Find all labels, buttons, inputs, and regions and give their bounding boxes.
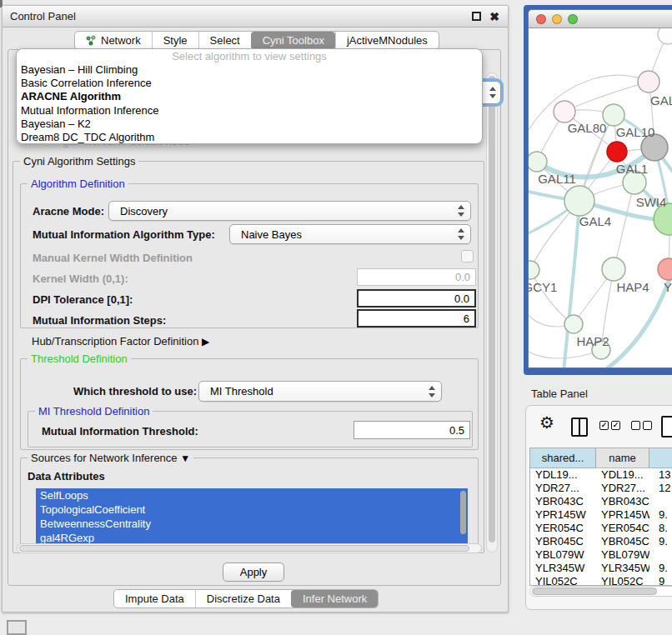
table-rows: YDL19...YDL19...13YDR27...YDR27...12YBR0… [530, 468, 672, 585]
network-node-gal4[interactable] [564, 186, 594, 216]
tab-select[interactable]: Select [198, 32, 251, 49]
table-row[interactable]: YBL079WYBL079W [530, 548, 672, 562]
table-row[interactable]: YER054CYER054C8. [530, 522, 672, 535]
table-row[interactable]: YIL052CYIL052C9 [530, 575, 672, 585]
network-node-unnamed-top[interactable] [658, 28, 672, 44]
table-cell: YIL052C [530, 575, 596, 585]
control-panel-title: Control Panel [10, 10, 76, 22]
table-cell: YBL079W [596, 548, 649, 562]
minimize-light-icon[interactable] [552, 14, 562, 24]
kernel-width-field: 0.0 [357, 268, 476, 286]
settings-vertical-scrollbar[interactable] [486, 72, 498, 552]
list-scrollbar-thumb[interactable] [460, 491, 466, 534]
scrollbar-thumb[interactable] [489, 76, 495, 542]
dpi-tolerance-field[interactable]: 0.0 [357, 289, 476, 308]
table-row[interactable]: YPR145WYPR145W9. [530, 508, 672, 522]
table-row[interactable]: YDR27...YDR27...12 [530, 482, 672, 495]
attribute-betweennesscentrality[interactable]: BetweennessCentrality [36, 517, 468, 531]
expand-right-icon[interactable]: ▶ [202, 336, 209, 348]
manual-kernel-checkbox[interactable] [461, 250, 474, 262]
mi-type-value: Naive Bayes [241, 228, 302, 241]
columns-icon[interactable] [571, 418, 588, 437]
close-icon[interactable]: ✖ [489, 9, 499, 24]
data-attributes-label: Data Attributes [28, 470, 105, 482]
sources-group-title[interactable]: Sources for Network Inference ▼ [28, 452, 193, 464]
node-label-gal10: GAL10 [616, 125, 655, 139]
close-light-icon[interactable] [536, 14, 546, 24]
which-threshold-combo[interactable]: MI Threshold [198, 381, 442, 402]
table-cell: YDR27... [530, 482, 596, 495]
network-node-hap2[interactable] [564, 315, 583, 333]
document-icon[interactable] [661, 416, 672, 438]
network-canvas[interactable]: GALGAL80GAL10GAL1GAL11SWI4GAL4GCY1HAP4YH… [529, 28, 672, 368]
control-panel-titlebar[interactable]: Control Panel ✖ [3, 6, 508, 28]
table-row[interactable]: YBR045CYBR045C9. [530, 535, 672, 548]
collapse-down-icon[interactable]: ▼ [180, 452, 190, 464]
network-node-gal80[interactable] [554, 101, 575, 122]
network-window-titlebar[interactable] [529, 10, 672, 28]
settings-horizontal-scrollbar[interactable] [17, 543, 482, 553]
attribute-selfloops[interactable]: SelfLoops [36, 488, 468, 502]
algorithm-option-mutual-information-inference[interactable]: Mutual Information Inference [17, 104, 482, 118]
tab-network[interactable]: Network [75, 32, 152, 49]
algorithm-option-dream8-dc-tdc-algorithm[interactable]: Dream8 DC_TDC Algorithm [17, 131, 482, 144]
mi-threshold-definition-group: MI Threshold Definition Mutual Informati… [28, 411, 473, 448]
algorithm-definition-group: Algorithm Definition Aracne Mode: Discov… [20, 183, 479, 328]
node-table: shared...name YDL19...YDL19...13YDR27...… [529, 448, 672, 586]
tab-discretize-data[interactable]: Discretize Data [195, 590, 291, 608]
network-node-gcy1[interactable] [529, 261, 539, 279]
gear-icon[interactable]: ⚙ [539, 412, 554, 432]
node-label-gal11: GAL11 [538, 172, 576, 186]
network-node-gal1-red[interactable] [607, 142, 627, 162]
data-attributes-list[interactable]: SelfLoopsTopologicalCoefficientBetweenne… [36, 488, 468, 545]
bottom-left-partial-box [7, 620, 27, 635]
mi-steps-label: Mutual Information Steps: [33, 314, 166, 327]
algorithm-option-bayesian-hill-climbing[interactable]: Bayesian – Hill Climbing [17, 63, 482, 77]
scrollbar-thumb[interactable] [19, 545, 469, 552]
tab-cyni-toolbox[interactable]: Cyni Toolbox [251, 32, 335, 49]
tab-impute-data[interactable]: Impute Data [114, 590, 195, 608]
network-edge[interactable] [614, 182, 634, 269]
sources-group: Sources for Network Inference ▼ Data Att… [20, 458, 479, 549]
algorithm-option-basic-correlation-inference[interactable]: Basic Correlation Inference [17, 77, 482, 90]
column-header-name[interactable]: name [596, 448, 649, 468]
aracne-mode-combo[interactable]: Discovery [108, 201, 471, 221]
node-label-y: Y [664, 280, 672, 294]
tab-jactivemnodules[interactable]: jActiveMNodules [335, 32, 439, 49]
mi-type-combo[interactable]: Naive Bayes [229, 224, 471, 244]
table-row[interactable]: YDL19...YDL19...13 [530, 468, 672, 482]
network-node-salmon-y[interactable] [658, 258, 672, 280]
column-header-shared[interactable]: shared... [530, 448, 596, 468]
scrollbar-thumb[interactable] [532, 588, 657, 595]
mi-threshold-field[interactable]: 0.5 [354, 421, 470, 439]
table-cell [649, 548, 672, 562]
table-horizontal-scrollbar[interactable] [529, 586, 672, 597]
network-node-gal-partial[interactable] [638, 71, 659, 92]
threshold-definition-title: Threshold Definition [28, 352, 131, 365]
deselect-all-checkboxes-icon[interactable] [631, 421, 652, 430]
threshold-definition-group: Threshold Definition Which threshold to … [20, 358, 479, 450]
column-header-partial[interactable] [649, 448, 672, 468]
mi-type-label: Mutual Information Algorithm Type: [33, 228, 215, 241]
table-row[interactable]: YLR345WYLR345W9. [530, 562, 672, 575]
mi-threshold-label: Mutual Information Threshold: [42, 425, 198, 438]
float-window-icon[interactable] [472, 12, 481, 21]
network-node-gal11[interactable] [529, 152, 547, 172]
table-cell: YBR045C [596, 535, 649, 548]
algorithm-option-bayesian-k2[interactable]: Bayesian – K2 [17, 118, 482, 131]
network-node-hap4[interactable] [602, 258, 625, 281]
hub-definition-label[interactable]: Hub/Transcription Factor Definition ▶ [32, 335, 209, 348]
table-panel-title: Table Panel [531, 388, 588, 400]
attribute-topologicalcoefficient[interactable]: TopologicalCoefficient [36, 502, 468, 517]
algorithm-option-aracne-algorithm[interactable]: ARACNE Algorithm [17, 90, 482, 103]
table-row[interactable]: YBR043CYBR043C [530, 495, 672, 508]
select-all-checkboxes-icon[interactable]: ✓ ✓ [599, 421, 620, 430]
tab-infer-network[interactable]: Infer Network [291, 590, 378, 608]
mi-steps-field[interactable]: 6 [357, 309, 476, 328]
apply-button[interactable]: Apply [223, 562, 284, 582]
network-edge[interactable] [530, 270, 574, 324]
table-cell: YER054C [530, 522, 596, 535]
tab-style[interactable]: Style [152, 32, 198, 49]
table-cell: YIL052C [596, 575, 649, 585]
zoom-light-icon[interactable] [568, 14, 578, 24]
